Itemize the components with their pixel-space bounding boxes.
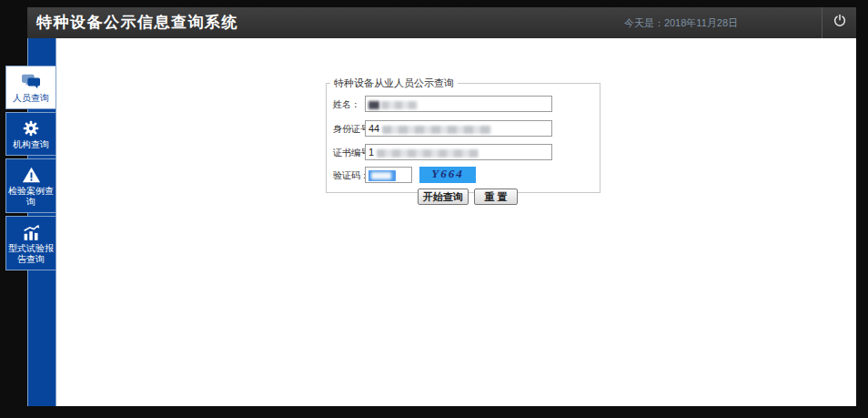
sidebar-item-label: 人员查询 (7, 93, 55, 104)
captcha-row: 验证码： Y664 (327, 167, 600, 183)
sidebar-item-inspection-case-query[interactable]: 检验案例查询 (5, 158, 56, 213)
sidebar-item-label: 检验案例查询 (7, 186, 55, 208)
date-label: 今天是： (624, 17, 664, 28)
captcha-input[interactable] (365, 167, 412, 183)
sidebar-item-label: 型式试验报告查询 (7, 243, 55, 265)
sidebar-menu: 人员查询 机构查询 (5, 66, 56, 273)
app-window: 特种设备公示信息查询系统 今天是：2018年11月28日 (27, 7, 856, 406)
reset-button[interactable]: 重 置 (474, 189, 518, 205)
bar-chart-icon (21, 223, 41, 241)
sidebar-item-organization-query[interactable]: 机构查询 (5, 112, 56, 156)
captcha-image[interactable]: Y664 (419, 167, 476, 183)
current-date: 今天是：2018年11月28日 (624, 7, 738, 38)
power-icon (832, 13, 848, 33)
certificate-row: 证书编号： 1 (327, 144, 600, 160)
warning-triangle-icon (21, 166, 41, 184)
sidebar-item-personnel-query[interactable]: 人员查询 (5, 66, 56, 109)
start-query-button[interactable]: 开始查询 (418, 189, 469, 205)
gear-icon (21, 119, 41, 138)
id-number-input[interactable] (365, 120, 552, 137)
page-background: 特种设备公示信息查询系统 今天是：2018年11月28日 (0, 0, 868, 418)
certificate-number-input[interactable] (365, 144, 552, 160)
name-row: 姓名： (327, 96, 600, 112)
logout-power-button[interactable] (822, 7, 856, 38)
personnel-query-form: 特种设备从业人员公示查询 姓名： 身份证号： 44 证书编号： 1 (326, 76, 601, 193)
name-label: 姓名： (333, 98, 360, 111)
captcha-label: 验证码： (333, 169, 369, 182)
header-bar: 特种设备公示信息查询系统 今天是：2018年11月28日 (27, 7, 856, 38)
form-legend: 特种设备从业人员公示查询 (330, 76, 458, 90)
sidebar-item-label: 机构查询 (7, 139, 55, 150)
sidebar-item-type-test-report-query[interactable]: 型式试验报告查询 (5, 216, 56, 270)
name-input[interactable] (365, 96, 552, 112)
chat-bubbles-icon (21, 73, 41, 91)
page-title: 特种设备公示信息查询系统 (36, 7, 238, 38)
date-value: 2018年11月28日 (664, 17, 738, 28)
id-row: 身份证号： 44 (327, 120, 600, 137)
